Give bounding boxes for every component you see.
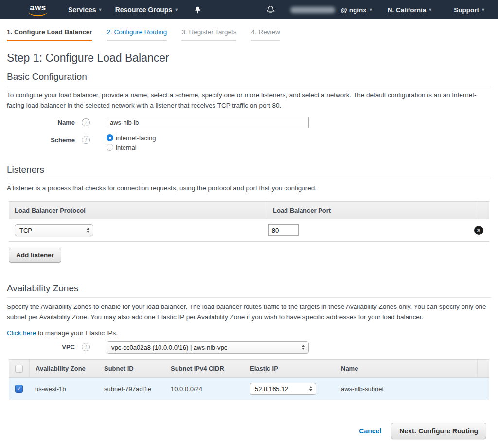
elastic-ip-manage-line: Click here to manage your Elastic IPs. xyxy=(7,329,491,337)
nav-region-label: N. California xyxy=(388,6,427,14)
select-arrows-icon xyxy=(87,228,89,233)
vpc-select[interactable]: vpc-cc0a02a8 (10.0.0.0/16) | aws-nlb-vpc xyxy=(107,341,309,354)
chevron-down-icon: ▾ xyxy=(99,7,102,12)
step-4-review: 4. Review xyxy=(251,28,280,46)
elastic-ip-manage-suffix: to manage your Elastic IPs. xyxy=(36,329,118,337)
protocol-select-value: TCP xyxy=(19,227,32,234)
top-nav: aws Services ▾ Resource Groups ▾ @ nginx… xyxy=(0,0,498,19)
wizard-footer: Cancel Next: Configure Routing xyxy=(0,423,498,448)
info-icon[interactable]: i xyxy=(82,118,90,126)
listener-row: TCP ✕ xyxy=(9,219,489,241)
cancel-button[interactable]: Cancel xyxy=(359,427,381,435)
listeners-table: Load Balancer Protocol Load Balancer Por… xyxy=(9,201,489,242)
radio-unselected-icon xyxy=(107,144,113,151)
nav-resource-groups-label: Resource Groups xyxy=(115,6,172,14)
nav-account-label: @ nginx xyxy=(341,6,367,14)
step-label: 2. Configure Routing xyxy=(107,28,167,36)
vpc-select-value: vpc-cc0a02a8 (10.0.0.0/16) | aws-nlb-vpc xyxy=(111,344,227,351)
nav-account-menu[interactable]: @ nginx ▾ xyxy=(284,0,379,19)
az-subnet-id-value: subnet-797acf1e xyxy=(98,380,165,397)
nav-region-menu[interactable]: N. California ▾ xyxy=(381,0,439,19)
basic-configuration-heading: Basic Configuration xyxy=(7,72,491,82)
az-table-row: ✓ us-west-1b subnet-797acf1e 10.0.0.0/24… xyxy=(9,378,489,400)
az-zone-value: us-west-1b xyxy=(29,380,98,397)
column-subnet-id: Subnet ID xyxy=(98,360,165,377)
click-here-link[interactable]: Click here xyxy=(7,329,36,337)
column-availability-zone: Availability Zone xyxy=(29,360,98,377)
step-2-configure-routing[interactable]: 2. Configure Routing xyxy=(107,28,167,46)
column-load-balancer-protocol: Load Balancer Protocol xyxy=(9,202,267,219)
add-listener-button[interactable]: Add listener xyxy=(9,248,61,263)
step-1-configure-load-balancer: 1. Configure Load Balancer xyxy=(7,28,92,46)
chevron-down-icon: ▾ xyxy=(370,7,372,12)
basic-configuration-description: To configure your load balancer, provide… xyxy=(7,90,491,111)
name-row: Name i xyxy=(7,117,491,128)
bell-icon[interactable] xyxy=(260,5,282,14)
port-input[interactable] xyxy=(268,224,299,236)
remove-listener-icon[interactable]: ✕ xyxy=(474,226,483,235)
select-arrows-icon xyxy=(309,386,312,391)
nav-services-label: Services xyxy=(68,6,96,14)
step-label: 1. Configure Load Balancer xyxy=(7,28,92,36)
next-configure-routing-button[interactable]: Next: Configure Routing xyxy=(391,423,486,439)
wizard-steps: 1. Configure Load Balancer 2. Configure … xyxy=(0,19,498,46)
name-input[interactable] xyxy=(107,117,309,128)
az-name-value: aws-nlb-subnet xyxy=(335,380,489,397)
aws-logo[interactable]: aws xyxy=(27,4,49,16)
aws-logo-text: aws xyxy=(30,3,46,12)
column-subnet-ipv4-cidr: Subnet IPv4 CIDR xyxy=(165,360,244,377)
info-icon[interactable]: i xyxy=(82,136,90,144)
nav-resource-groups[interactable]: Resource Groups ▾ xyxy=(108,0,185,19)
scheme-internet-facing-label: internet-facing xyxy=(116,134,156,142)
scheme-label: Scheme xyxy=(7,134,75,143)
column-elastic-ip: Elastic IP xyxy=(244,360,335,377)
elastic-ip-select[interactable]: 52.8.165.12 xyxy=(250,383,316,395)
listeners-description: A listener is a process that checks for … xyxy=(7,183,491,194)
nav-support-label: Support xyxy=(454,6,479,14)
listeners-table-header: Load Balancer Protocol Load Balancer Por… xyxy=(9,202,489,219)
nav-support-menu[interactable]: Support ▾ xyxy=(447,0,491,19)
page-title: Step 1: Configure Load Balancer xyxy=(7,52,491,65)
redacted-username xyxy=(290,7,335,13)
nav-services[interactable]: Services ▾ xyxy=(61,0,108,19)
chevron-down-icon: ▾ xyxy=(175,7,178,12)
availability-zones-heading: Availability Zones xyxy=(7,283,491,294)
select-arrows-icon xyxy=(302,345,305,350)
vpc-row: VPC i vpc-cc0a02a8 (10.0.0.0/16) | aws-n… xyxy=(7,341,491,354)
pin-icon[interactable] xyxy=(189,6,206,14)
az-table-header: Availability Zone Subnet ID Subnet IPv4 … xyxy=(9,360,489,378)
info-icon[interactable]: i xyxy=(82,343,90,351)
select-all-checkbox[interactable] xyxy=(15,365,23,373)
listeners-heading: Listeners xyxy=(7,164,491,175)
column-load-balancer-port: Load Balancer Port xyxy=(267,202,476,219)
chevron-down-icon: ▾ xyxy=(429,7,431,12)
elastic-ip-select-value: 52.8.165.12 xyxy=(255,385,288,393)
step-label: 4. Review xyxy=(251,28,280,36)
protocol-select[interactable]: TCP xyxy=(15,224,93,236)
az-cidr-value: 10.0.0.0/24 xyxy=(165,380,244,397)
radio-selected-icon xyxy=(107,134,113,141)
aws-smile-icon xyxy=(29,12,47,16)
step-3-register-targets: 3. Register Targets xyxy=(181,28,236,46)
name-label: Name xyxy=(7,117,75,126)
scheme-internal-option[interactable]: internal xyxy=(107,144,156,151)
scheme-internet-facing-option[interactable]: internet-facing xyxy=(107,134,156,142)
az-row-checkbox[interactable]: ✓ xyxy=(15,385,23,393)
availability-zones-table: Availability Zone Subnet ID Subnet IPv4 … xyxy=(9,359,489,400)
step-label: 3. Register Targets xyxy=(181,28,236,36)
scheme-internal-label: internal xyxy=(116,144,137,151)
scheme-row: Scheme i internet-facing internal xyxy=(7,134,491,154)
column-name: Name xyxy=(335,360,477,377)
vpc-label: VPC xyxy=(7,341,75,351)
chevron-down-icon: ▾ xyxy=(482,7,484,12)
availability-zones-description: Specify the Availability Zones to enable… xyxy=(7,302,488,323)
